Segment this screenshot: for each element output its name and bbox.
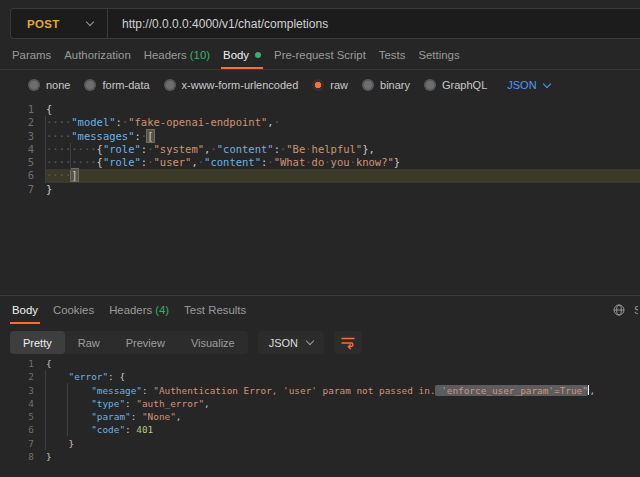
mode-label: form-data <box>102 79 149 91</box>
view-raw[interactable]: Raw <box>65 331 113 354</box>
body-mode-graphql[interactable]: GraphQL <box>424 79 487 91</box>
tab-label: Pre-request Script <box>274 49 366 61</box>
wrap-text-button[interactable] <box>334 331 362 354</box>
code-line-4[interactable]: 4 "type": "auth_error", <box>0 397 640 410</box>
response-tab-body[interactable]: Body <box>12 296 38 324</box>
code-token: , <box>176 411 182 422</box>
code-token: } <box>46 451 52 462</box>
code-token: ········ <box>46 143 97 155</box>
view-visualize[interactable]: Visualize <box>178 331 248 354</box>
code-token: "user" <box>154 156 192 168</box>
code-token: ] <box>71 169 77 181</box>
radio-icon <box>424 79 436 91</box>
code-token: } <box>46 183 52 195</box>
line-content: "code": 401 <box>46 423 640 436</box>
code-line-2[interactable]: 2····"model":·"fake-openai-endpoint",· <box>0 116 640 129</box>
code-token: "fake-openai-endpoint" <box>128 116 267 128</box>
code-line-1[interactable]: 1{ <box>0 103 640 116</box>
code-token <box>46 385 91 396</box>
clipped-text: S <box>634 304 638 316</box>
code-token: "role" <box>103 156 141 168</box>
code-token: } <box>394 156 400 168</box>
format-label: JSON <box>269 337 298 349</box>
tab-label: Body <box>223 49 249 61</box>
code-token: : <box>142 385 153 396</box>
code-line-7[interactable]: 7 } <box>0 437 640 450</box>
request-tab-settings[interactable]: Settings <box>418 40 459 69</box>
request-body-editor[interactable]: 1{2····"model":·"fake-openai-endpoint",·… <box>0 99 640 295</box>
code-token: "messages" <box>71 130 134 142</box>
request-tab-headers[interactable]: Headers(10) <box>144 40 210 69</box>
code-token: know?" <box>356 156 394 168</box>
line-content: } <box>46 450 640 463</box>
code-line-8[interactable]: 8} <box>0 450 640 463</box>
response-tab-cookies[interactable]: Cookies <box>53 296 94 324</box>
request-tab-params[interactable]: Params <box>12 40 51 69</box>
code-token: { <box>46 358 52 369</box>
request-tab-body[interactable]: Body <box>223 40 261 69</box>
line-content: "message": "Authentication Error, 'user'… <box>46 384 640 397</box>
view-preview[interactable]: Preview <box>113 331 178 354</box>
globe-icon[interactable] <box>612 303 626 317</box>
radio-icon <box>362 79 374 91</box>
code-line-5[interactable]: 5········{"role":·"user",·"content":·"Wh… <box>0 156 640 169</box>
chevron-down-icon <box>86 18 94 26</box>
code-token: }, <box>362 143 375 155</box>
tab-count: (10) <box>190 49 210 61</box>
view-pretty[interactable]: Pretty <box>10 331 65 354</box>
code-line-4[interactable]: 4········{"role":·"system",·"content":·"… <box>0 143 640 156</box>
code-line-3[interactable]: 3····"messages":·[ <box>0 130 640 143</box>
code-token: 401 <box>136 424 153 435</box>
code-line-1[interactable]: 1{ <box>0 357 640 370</box>
line-number: 1 <box>0 103 34 116</box>
code-token: "None" <box>142 411 176 422</box>
body-mode-x-www-form-urlencoded[interactable]: x-www-form-urlencoded <box>164 79 299 91</box>
response-body-editor[interactable]: 1{2 "error": {3 "message": "Authenticati… <box>0 356 640 477</box>
code-token: "message" <box>91 385 142 396</box>
code-line-5[interactable]: 5 "param": "None", <box>0 410 640 423</box>
code-token <box>46 411 91 422</box>
body-mode-binary[interactable]: binary <box>362 79 410 91</box>
line-content: "param": "None", <box>46 410 640 423</box>
postman-dark-window: { "request": { "method": "POST", "url": … <box>0 0 640 477</box>
indent-guide <box>67 383 68 436</box>
tab-label: Cookies <box>53 304 94 316</box>
code-line-6[interactable]: 6 "code": 401 <box>0 423 640 436</box>
request-tab-tests[interactable]: Tests <box>379 40 406 69</box>
body-mode-form-data[interactable]: form-data <box>84 79 149 91</box>
request-url-bar: POST http://0.0.0.0:4000/v1/chat/complet… <box>10 8 640 39</box>
format-dropdown[interactable]: JSON <box>258 331 324 354</box>
code-token: ········ <box>46 156 97 168</box>
response-tab-test-results[interactable]: Test Results <box>184 296 246 324</box>
code-line-2[interactable]: 2 "error": { <box>0 370 640 383</box>
method-dropdown[interactable]: POST <box>11 9 107 38</box>
request-tab-pre-request-script[interactable]: Pre-request Script <box>274 40 366 69</box>
url-input[interactable]: http://0.0.0.0:4000/v1/chat/completions <box>122 17 328 31</box>
mode-label: raw <box>330 79 348 91</box>
code-token <box>46 424 91 435</box>
tab-label: Tests <box>379 49 406 61</box>
line-number: 1 <box>0 357 34 370</box>
code-token: ···· <box>46 130 71 142</box>
line-number: 8 <box>0 450 34 463</box>
code-line-3[interactable]: 3 "message": "Authentication Error, 'use… <box>0 384 640 397</box>
code-token: "content" <box>217 143 274 155</box>
code-line-6[interactable]: 6····] <box>0 169 640 182</box>
request-tab-authorization[interactable]: Authorization <box>64 40 131 69</box>
indent-guide <box>45 370 46 450</box>
line-content: } <box>46 437 640 450</box>
body-mode-raw[interactable]: raw <box>312 79 348 91</box>
request-tabs: ParamsAuthorizationHeaders(10)BodyPre-re… <box>0 40 640 70</box>
method-label: POST <box>27 18 60 30</box>
response-tab-headers[interactable]: Headers(4) <box>109 296 169 324</box>
line-number: 4 <box>0 397 34 410</box>
body-mode-none[interactable]: none <box>28 79 70 91</box>
line-number: 7 <box>0 183 34 196</box>
radio-icon <box>28 79 40 91</box>
line-content: ········{"role":·"system",·"content":·"B… <box>46 143 640 156</box>
wrap-text-icon <box>340 335 356 350</box>
code-line-7[interactable]: 7} <box>0 183 640 196</box>
body-mode-row: noneform-datax-www-form-urlencodedrawbin… <box>0 71 640 99</box>
language-dropdown[interactable]: JSON <box>507 79 549 91</box>
line-content: ····] <box>46 169 640 182</box>
